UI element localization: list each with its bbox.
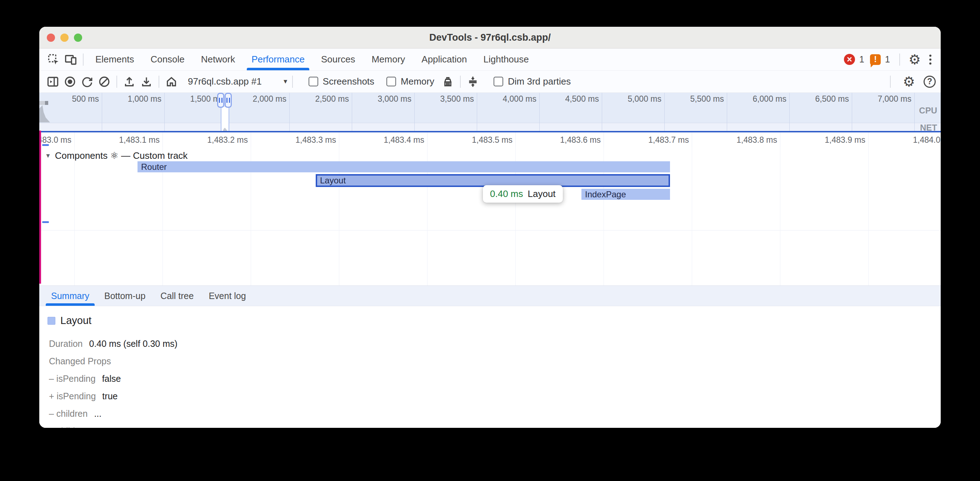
window-title: DevTools - 97r6ql.csb.app/ xyxy=(39,27,941,48)
error-count[interactable]: 1 xyxy=(859,54,864,65)
tab-application[interactable]: Application xyxy=(413,49,475,70)
flame-span-router[interactable]: Router xyxy=(137,161,670,172)
ruler-tick-label: 1,483.0 ms xyxy=(39,135,72,145)
screenshots-label: Screenshots xyxy=(323,76,375,87)
checkbox-box[interactable] xyxy=(493,77,503,86)
memory-label: Memory xyxy=(401,76,434,87)
home-button[interactable] xyxy=(163,73,180,90)
track-scale-indicator xyxy=(42,221,49,223)
performance-toolbar: 97r6ql.csb.app #1 ▼ Screenshots Memory xyxy=(39,71,941,93)
tab-bottom-up[interactable]: Bottom-up xyxy=(97,286,153,306)
flame-chart-gridline xyxy=(692,148,692,286)
tab-lighthouse[interactable]: Lighthouse xyxy=(476,49,537,70)
tab-elements[interactable]: Elements xyxy=(87,49,142,70)
summary-row-value: ... xyxy=(94,408,102,419)
overview-gridline xyxy=(164,93,165,131)
load-profile-button[interactable] xyxy=(121,73,138,90)
save-profile-button[interactable] xyxy=(138,73,155,90)
dim-3rd-parties-checkbox[interactable]: Dim 3rd parties xyxy=(493,76,571,87)
zoom-window-button[interactable] xyxy=(74,33,82,42)
toolbar-separator xyxy=(292,76,293,88)
summary-row-label: Changed Props xyxy=(49,356,111,367)
summary-row: + isPendingtrue xyxy=(49,391,941,402)
record-and-reload-button[interactable] xyxy=(79,73,96,90)
collect-garbage-button[interactable] xyxy=(439,73,457,90)
overview-tick-label: 5,500 ms xyxy=(667,94,724,104)
ruler-tick-label: 1,483.5 ms xyxy=(452,135,512,145)
flame-span-indexpage[interactable]: IndexPage xyxy=(581,189,670,200)
track-scale-indicator xyxy=(42,144,49,146)
tooltip-duration: 0.40 ms xyxy=(490,188,523,200)
flame-chart[interactable]: ▼ Components ⚛ — Custom track RouterLayo… xyxy=(39,148,941,286)
summary-row-value: false xyxy=(102,374,121,384)
ruler-tick-label: 1,483.7 ms xyxy=(628,135,689,145)
window-left-drag-handle[interactable] xyxy=(217,93,224,108)
ruler-gridline xyxy=(339,132,339,148)
devtools-window: DevTools - 97r6ql.csb.app/ ElementsConso… xyxy=(39,27,941,428)
summary-row-label: – children xyxy=(49,408,88,419)
tab-summary[interactable]: Summary xyxy=(44,286,97,306)
kebab-menu-icon[interactable] xyxy=(926,52,935,67)
screenshots-checkbox[interactable]: Screenshots xyxy=(309,76,375,87)
components-track-header[interactable]: ▼ Components ⚛ — Custom track xyxy=(45,150,188,161)
memory-checkbox[interactable]: Memory xyxy=(387,76,434,87)
tab-performance[interactable]: Performance xyxy=(243,49,313,70)
overview-gridline xyxy=(414,93,415,131)
ruler-tick-label: 1,484.0 ms xyxy=(893,135,941,145)
checkbox-box[interactable] xyxy=(309,77,318,86)
settings-gear-icon[interactable]: ⚙ xyxy=(907,53,923,67)
tab-sources[interactable]: Sources xyxy=(313,49,363,70)
ruler-gridline xyxy=(162,132,163,148)
tab-console[interactable]: Console xyxy=(142,49,192,70)
close-window-button[interactable] xyxy=(47,33,55,42)
devtools-tabbar: ElementsConsoleNetworkPerformanceSources… xyxy=(39,49,941,71)
ruler-tick-label: 1,483.2 ms xyxy=(187,135,248,145)
summary-row-value: 0.40 ms (self 0.30 ms) xyxy=(89,339,178,349)
compress-arrows-icon xyxy=(466,75,479,88)
toggle-sidebar-button[interactable] xyxy=(44,73,61,90)
ruler-gridline xyxy=(780,132,780,148)
overview-gridline xyxy=(852,93,852,131)
toggle-device-toolbar-button[interactable] xyxy=(62,51,79,68)
shortcuts-dialog-button[interactable] xyxy=(464,73,481,90)
toolbar-right-cluster: ⚙ ? xyxy=(886,75,936,89)
tab-memory[interactable]: Memory xyxy=(363,49,413,70)
cpu-band-label: CPU xyxy=(919,106,937,116)
collapse-triangle-icon[interactable]: ▼ xyxy=(45,152,51,159)
minimize-window-button[interactable] xyxy=(60,33,68,42)
window-right-drag-handle[interactable] xyxy=(224,93,232,108)
details-tabbar: SummaryBottom-upCall treeEvent log xyxy=(39,286,941,306)
ruler-tick-label: 1,483.8 ms xyxy=(716,135,777,145)
warning-badge-icon[interactable]: ! xyxy=(870,54,881,65)
overview-gridline xyxy=(602,93,602,131)
inspect-element-button[interactable] xyxy=(45,51,62,68)
device-toolbar-icon xyxy=(64,53,77,66)
error-badge-icon[interactable]: × xyxy=(844,54,855,65)
record-button[interactable] xyxy=(61,73,79,90)
tab-event-log[interactable]: Event log xyxy=(201,286,253,306)
warning-count[interactable]: 1 xyxy=(885,54,890,65)
tab-network[interactable]: Network xyxy=(193,49,243,70)
toolbar-separator xyxy=(116,76,117,88)
tooltip-label: Layout xyxy=(528,188,556,200)
dim-3rd-parties-label: Dim 3rd parties xyxy=(508,76,571,87)
summary-row: Duration0.40 ms (self 0.30 ms) xyxy=(49,339,941,349)
summary-rows: Duration0.40 ms (self 0.30 ms)Changed Pr… xyxy=(48,339,941,428)
flame-chart-gridline xyxy=(74,148,75,286)
detail-ruler: 1,483.0 ms1,483.1 ms1,483.2 ms1,483.3 ms… xyxy=(39,132,941,148)
overview-timeline[interactable]: CPU NET 500 ms1,000 ms1,500 ms2,000 ms2,… xyxy=(39,93,941,131)
capture-settings-gear-icon[interactable]: ⚙ xyxy=(901,75,917,89)
selected-time-window[interactable] xyxy=(221,107,229,131)
tabbar-right-cluster: × 1 ! 1 ⚙ xyxy=(844,52,935,67)
history-dropdown[interactable]: 97r6ql.csb.app #1 ▼ xyxy=(188,76,289,87)
help-icon[interactable]: ? xyxy=(924,76,936,88)
ruler-tick-label: 1,483.9 ms xyxy=(805,135,865,145)
main-tabs: ElementsConsoleNetworkPerformanceSources… xyxy=(87,49,537,70)
checkbox-box[interactable] xyxy=(387,77,396,86)
upload-icon xyxy=(123,75,136,88)
ruler-gridline xyxy=(868,132,869,148)
tab-call-tree[interactable]: Call tree xyxy=(153,286,201,306)
clear-recording-button[interactable] xyxy=(96,73,113,90)
ruler-gridline xyxy=(427,132,428,148)
cpu-activity-graph xyxy=(39,105,50,122)
